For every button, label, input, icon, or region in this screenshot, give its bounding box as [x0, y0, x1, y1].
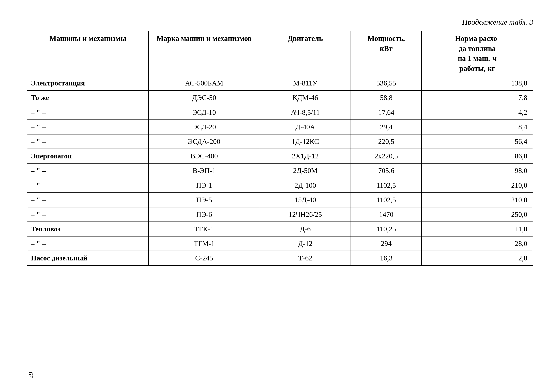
- cell-engine: Д-40А: [260, 120, 351, 134]
- cell-norm: 28,0: [421, 236, 533, 251]
- page: Продолжение табл. 3 Машины и механизмы М…: [0, 0, 560, 392]
- table-row: ЭнерговагонВЭС-4002Х1Д-122х220,586,0: [27, 149, 533, 163]
- table-row: – " –ПЭ-612ЧН26/251470250,0: [27, 207, 533, 222]
- table-header-row: Машины и механизмы Марка машин и механиз…: [27, 31, 533, 76]
- table-row: – " –ЭСД-20Д-40А29,48,4: [27, 120, 533, 134]
- cell-power: 294: [351, 236, 421, 251]
- cell-brand: ПЭ-5: [149, 193, 260, 207]
- cell-norm: 7,8: [421, 90, 533, 105]
- cell-brand: ТГК-1: [149, 222, 260, 236]
- cell-brand: ЭСД-10: [149, 105, 260, 120]
- cell-machine: – " –: [27, 134, 149, 149]
- cell-engine: 15Д-40: [260, 193, 351, 207]
- cell-machine: – " –: [27, 178, 149, 193]
- table-row: – " –ПЭ-12Д-1001102,5210,0: [27, 178, 533, 193]
- main-table: Машины и механизмы Марка машин и механиз…: [27, 31, 533, 266]
- header-power: Мощность, кВт: [351, 31, 421, 76]
- cell-machine: Насос дизельный: [27, 251, 149, 265]
- cell-machine: Энерговагон: [27, 149, 149, 163]
- header-engine: Двигатель: [260, 31, 351, 76]
- cell-power: 17,64: [351, 105, 421, 120]
- cell-norm: 98,0: [421, 163, 533, 178]
- cell-brand: АС-500БАМ: [149, 76, 260, 90]
- cell-engine: Т-62: [260, 251, 351, 265]
- cell-engine: АЧ-8,5/11: [260, 105, 351, 120]
- cell-norm: 210,0: [421, 178, 533, 193]
- table-row: – " –ТГМ-1Д-1229428,0: [27, 236, 533, 251]
- continuation-label: Продолжение табл. 3: [27, 18, 533, 26]
- cell-power: 705,6: [351, 163, 421, 178]
- cell-engine: 2Д-50М: [260, 163, 351, 178]
- cell-engine: КДМ-46: [260, 90, 351, 105]
- header-brand: Марка машин и механизмов: [149, 31, 260, 76]
- cell-power: 58,8: [351, 90, 421, 105]
- cell-norm: 210,0: [421, 193, 533, 207]
- cell-engine: 12ЧН26/25: [260, 207, 351, 222]
- table-row: ТепловозТГК-1Д-6110,2511,0: [27, 222, 533, 236]
- cell-machine: – " –: [27, 105, 149, 120]
- cell-machine: – " –: [27, 207, 149, 222]
- cell-norm: 8,4: [421, 120, 533, 134]
- cell-norm: 250,0: [421, 207, 533, 222]
- page-number: 29: [27, 372, 34, 379]
- table-row: – " –ЭСДА-2001Д-12КС220,556,4: [27, 134, 533, 149]
- cell-engine: 2Х1Д-12: [260, 149, 351, 163]
- cell-brand: ЭСД-20: [149, 120, 260, 134]
- cell-machine: Тепловоз: [27, 222, 149, 236]
- cell-power: 16,3: [351, 251, 421, 265]
- table-row: ЭлектростанцияАС-500БАММ-811У536,55138,0: [27, 76, 533, 90]
- cell-brand: ЭСДА-200: [149, 134, 260, 149]
- cell-machine: – " –: [27, 120, 149, 134]
- cell-brand: В-ЭП-1: [149, 163, 260, 178]
- cell-engine: 2Д-100: [260, 178, 351, 193]
- cell-norm: 86,0: [421, 149, 533, 163]
- cell-power: 1102,5: [351, 178, 421, 193]
- cell-power: 29,4: [351, 120, 421, 134]
- cell-machine: – " –: [27, 236, 149, 251]
- cell-norm: 4,2: [421, 105, 533, 120]
- cell-norm: 11,0: [421, 222, 533, 236]
- cell-machine: – " –: [27, 193, 149, 207]
- cell-brand: ПЭ-1: [149, 178, 260, 193]
- cell-norm: 138,0: [421, 76, 533, 90]
- cell-power: 536,55: [351, 76, 421, 90]
- cell-machine: То же: [27, 90, 149, 105]
- cell-brand: ПЭ-6: [149, 207, 260, 222]
- table-row: То жеДЭС-50КДМ-4658,87,8: [27, 90, 533, 105]
- table-row: – " –В-ЭП-12Д-50М705,698,0: [27, 163, 533, 178]
- table-row: – " –ЭСД-10АЧ-8,5/1117,644,2: [27, 105, 533, 120]
- cell-brand: ТГМ-1: [149, 236, 260, 251]
- cell-engine: М-811У: [260, 76, 351, 90]
- cell-brand: ДЭС-50: [149, 90, 260, 105]
- cell-engine: Д-6: [260, 222, 351, 236]
- cell-brand: ВЭС-400: [149, 149, 260, 163]
- cell-power: 110,25: [351, 222, 421, 236]
- header-machines: Машины и механизмы: [27, 31, 149, 76]
- cell-machine: Электростанция: [27, 76, 149, 90]
- header-norm: Норма расхо- да топлива на 1 маш.-ч рабо…: [421, 31, 533, 76]
- table-row: Насос дизельныйС-245Т-6216,32,0: [27, 251, 533, 265]
- cell-power: 1470: [351, 207, 421, 222]
- cell-power: 2х220,5: [351, 149, 421, 163]
- cell-norm: 56,4: [421, 134, 533, 149]
- table-row: – " –ПЭ-515Д-401102,5210,0: [27, 193, 533, 207]
- cell-engine: 1Д-12КС: [260, 134, 351, 149]
- cell-norm: 2,0: [421, 251, 533, 265]
- cell-machine: – " –: [27, 163, 149, 178]
- cell-power: 1102,5: [351, 193, 421, 207]
- cell-power: 220,5: [351, 134, 421, 149]
- cell-brand: С-245: [149, 251, 260, 265]
- cell-engine: Д-12: [260, 236, 351, 251]
